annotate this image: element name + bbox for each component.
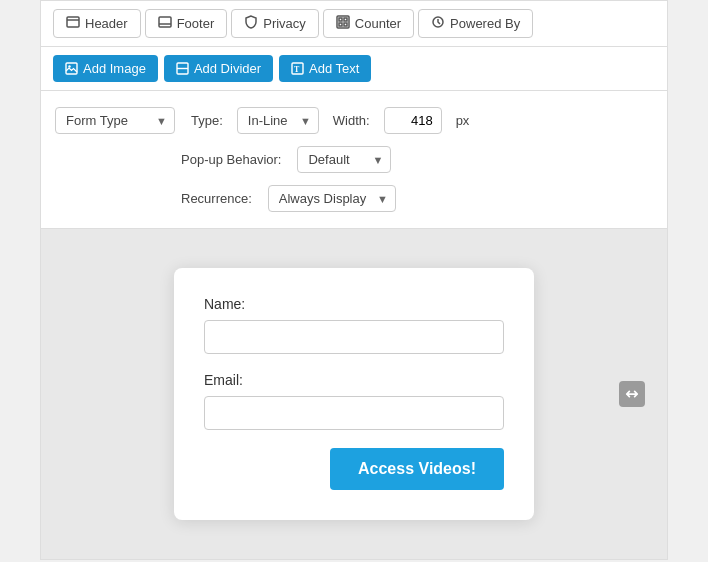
width-label: Width: (333, 113, 370, 128)
add-image-button[interactable]: Add Image (53, 55, 158, 82)
recurrence-label: Recurrence: (181, 191, 252, 206)
width-input[interactable] (384, 107, 442, 134)
tab-counter[interactable]: Counter (323, 9, 414, 38)
tab-bar: Header Footer Privacy (41, 1, 667, 47)
name-input[interactable] (204, 320, 504, 354)
popup-behavior-select-wrapper: Default On Click On Scroll On Exit ▼ (297, 146, 391, 173)
add-text-label: Add Text (309, 61, 359, 76)
powered-by-tab-label: Powered By (450, 16, 520, 31)
svg-text:T: T (294, 65, 300, 74)
add-divider-button[interactable]: Add Divider (164, 55, 273, 82)
footer-tab-label: Footer (177, 16, 215, 31)
recurrence-select-wrapper: Always Display Once Daily Weekly ▼ (268, 185, 396, 212)
px-label: px (456, 113, 470, 128)
svg-point-11 (68, 65, 70, 67)
email-label: Email: (204, 372, 504, 388)
email-input[interactable] (204, 396, 504, 430)
name-field-group: Name: (204, 296, 504, 354)
settings-row-1: Form Type ▼ Type: In-Line Pop-up Slider … (55, 107, 653, 134)
submit-button[interactable]: Access Videos! (330, 448, 504, 490)
add-text-icon: T (291, 62, 304, 75)
recurrence-select[interactable]: Always Display Once Daily Weekly (268, 185, 396, 212)
type-select[interactable]: In-Line Pop-up Slider (237, 107, 319, 134)
add-divider-label: Add Divider (194, 61, 261, 76)
svg-rect-0 (67, 17, 79, 27)
form-type-select-wrapper: Form Type ▼ (55, 107, 175, 134)
svg-rect-2 (159, 17, 171, 27)
add-divider-icon (176, 62, 189, 75)
resize-handle[interactable] (619, 381, 645, 407)
tab-privacy[interactable]: Privacy (231, 9, 319, 38)
svg-rect-5 (339, 18, 342, 21)
add-image-icon (65, 62, 78, 75)
counter-tab-icon (336, 15, 350, 32)
counter-tab-label: Counter (355, 16, 401, 31)
footer-tab-icon (158, 15, 172, 32)
privacy-tab-label: Privacy (263, 16, 306, 31)
preview-area: Name: Email: Access Videos! (41, 229, 667, 559)
powered-by-tab-icon (431, 15, 445, 32)
svg-rect-10 (66, 63, 77, 74)
form-card: Name: Email: Access Videos! (174, 268, 534, 520)
svg-rect-7 (339, 23, 342, 26)
tab-header[interactable]: Header (53, 9, 141, 38)
settings-row-2: Pop-up Behavior: Default On Click On Scr… (55, 146, 653, 173)
svg-rect-8 (344, 23, 347, 26)
resize-icon (625, 387, 639, 401)
inline-settings: Type: In-Line Pop-up Slider ▼ Width: px (191, 107, 469, 134)
header-tab-label: Header (85, 16, 128, 31)
popup-behavior-select[interactable]: Default On Click On Scroll On Exit (297, 146, 391, 173)
email-field-group: Email: (204, 372, 504, 430)
add-image-label: Add Image (83, 61, 146, 76)
add-text-button[interactable]: T Add Text (279, 55, 371, 82)
svg-rect-6 (344, 18, 347, 21)
type-label: Type: (191, 113, 223, 128)
popup-behavior-label: Pop-up Behavior: (181, 152, 281, 167)
settings-area: Form Type ▼ Type: In-Line Pop-up Slider … (41, 91, 667, 229)
name-label: Name: (204, 296, 504, 312)
tab-powered-by[interactable]: Powered By (418, 9, 533, 38)
toolbar: Add Image Add Divider T Add Text (41, 47, 667, 91)
form-type-select[interactable]: Form Type (55, 107, 175, 134)
settings-row-3: Recurrence: Always Display Once Daily We… (55, 185, 653, 212)
tab-footer[interactable]: Footer (145, 9, 228, 38)
type-select-wrapper: In-Line Pop-up Slider ▼ (237, 107, 319, 134)
header-tab-icon (66, 15, 80, 32)
privacy-tab-icon (244, 15, 258, 32)
